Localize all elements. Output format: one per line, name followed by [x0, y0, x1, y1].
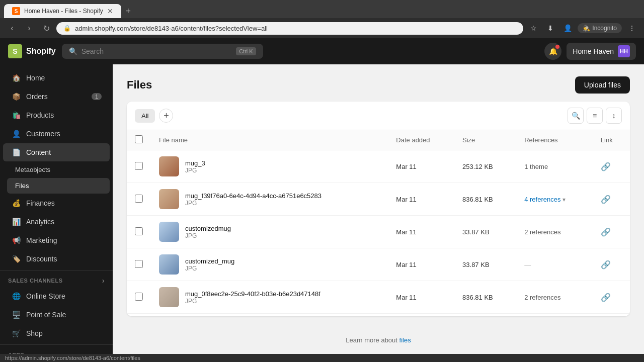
thumb-inner — [159, 189, 179, 209]
file-thumbnail-mug_f39 — [159, 189, 179, 209]
file-name: mug_3 — [185, 159, 205, 167]
file-type: JPG — [185, 265, 234, 272]
sidebar-item-shop[interactable]: 🛒 Shop — [3, 324, 110, 342]
download-button[interactable]: ⬇ — [543, 21, 557, 35]
filter-icon: ≡ — [593, 112, 597, 120]
sidebar-item-marketing[interactable]: 📢 Marketing — [3, 231, 110, 249]
sidebar-item-files[interactable]: Files — [7, 178, 110, 194]
select-all-checkbox[interactable] — [135, 135, 143, 143]
file-size: 836.81 KB — [454, 314, 516, 317]
sidebar-item-label: Content — [26, 148, 51, 156]
file-size: 33.87 KB — [454, 216, 516, 248]
row-checkbox-mug_f39[interactable] — [135, 195, 143, 203]
nav-right: ☆ ⬇ 👤 🕵 Incognito ⋮ — [526, 21, 639, 35]
incognito-badge[interactable]: 🕵 Incognito — [578, 23, 622, 33]
filter-all-tab[interactable]: All — [135, 109, 155, 123]
file-name: customized_mug — [185, 257, 234, 265]
file-type: JPG — [185, 232, 231, 239]
references-value: 2 references — [524, 228, 560, 236]
file-type: JPG — [185, 298, 320, 305]
sidebar-nav: 🏠 Home 📦 Orders 1 🛍️ Products 👤 Customer… — [0, 64, 113, 354]
file-references: 2 references — [516, 281, 593, 314]
notification-badge — [555, 45, 559, 49]
address-bar[interactable]: 🔒 admin.shopify.com/store/de8143-a6/cont… — [56, 22, 523, 35]
sidebar-item-content[interactable]: 📄 Content — [3, 143, 110, 161]
sidebar-item-online-store[interactable]: 🌐 Online Store — [3, 287, 110, 305]
store-selector[interactable]: Home Haven HH — [567, 43, 636, 60]
col-size: Size — [454, 130, 516, 150]
references-expandable[interactable]: 4 references — [524, 196, 560, 203]
sort-button[interactable]: ↕ — [606, 108, 622, 124]
shopify-logo[interactable]: S Shopify — [8, 44, 56, 58]
col-date-added: Date added — [388, 130, 454, 150]
search-button[interactable]: 🔍 — [568, 108, 584, 124]
new-tab-button[interactable]: + — [121, 4, 135, 18]
sidebar-item-point-of-sale[interactable]: 🖥️ Point of Sale — [3, 306, 110, 324]
sidebar-item-analytics[interactable]: 📊 Analytics — [3, 213, 110, 231]
file-size: 33.87 KB — [454, 248, 516, 281]
sidebar-item-products[interactable]: 🛍️ Products — [3, 106, 110, 124]
menu-button[interactable]: ⋮ — [625, 21, 639, 35]
copy-link-button-mug_f39[interactable]: 🔗 — [601, 195, 611, 204]
file-name: customizedmug — [185, 225, 231, 232]
search-input[interactable] — [82, 47, 232, 55]
file-date: Mar 11 — [388, 150, 454, 183]
row-checkbox-customizedmug[interactable] — [135, 227, 143, 235]
sales-channels-section: Sales channels › — [0, 273, 113, 287]
incognito-label: Incognito — [592, 25, 617, 32]
file-references: 1 theme — [516, 150, 593, 183]
file-references: — — [516, 314, 593, 317]
active-tab[interactable]: S Home Haven - Files - Shopify ✕ — [4, 4, 121, 18]
sidebar-item-customers[interactable]: 👤 Customers — [3, 125, 110, 143]
col-link: Link — [593, 130, 630, 150]
filter-button[interactable]: ≡ — [587, 108, 603, 124]
sidebar-item-home[interactable]: 🏠 Home — [3, 69, 110, 87]
sidebar-item-metaobjects[interactable]: Metaobjects — [7, 162, 110, 177]
copy-link-button-mug_3[interactable]: 🔗 — [601, 162, 611, 171]
bookmark-button[interactable]: ☆ — [526, 21, 540, 35]
file-name: mug_0f8eec2e-25c9-40f2-b03e-b6e23d47148f — [185, 290, 320, 298]
footer-text: Learn more about — [346, 336, 399, 344]
store-avatar: HH — [618, 45, 630, 57]
sidebar-item-finances[interactable]: 💰 Finances — [3, 194, 110, 212]
tab-close-button[interactable]: ✕ — [107, 7, 113, 15]
references-value: 1 theme — [524, 163, 548, 170]
row-checkbox-customized_mug[interactable] — [135, 260, 143, 268]
sidebar-item-label: Orders — [26, 93, 48, 101]
table-row: mug_f39f76a0-6e4c-4d94-a4cc-a6751e6c5283… — [127, 183, 630, 216]
row-checkbox-mug_0f8[interactable] — [135, 293, 143, 301]
file-date: Mar 11 — [388, 183, 454, 216]
files-learn-more-link[interactable]: files — [399, 336, 411, 344]
search-icon: 🔍 — [572, 112, 580, 120]
add-filter-button[interactable]: + — [159, 109, 173, 123]
content-icon: 📄 — [11, 147, 21, 157]
discounts-icon: 🏷️ — [11, 254, 21, 264]
row-checkbox-mug_3[interactable] — [135, 162, 143, 170]
tab-title: Home Haven - Files - Shopify — [24, 8, 103, 15]
upload-files-button[interactable]: Upload files — [575, 76, 630, 94]
table-row: mug_0f8eec2e-25c9-40f2-b03e-b6e23d47148f… — [127, 281, 630, 314]
finances-icon: 💰 — [11, 198, 21, 208]
file-info: mug_0f8eec2e-25c9-40f2-b03e-b6e23d47148f… — [185, 290, 320, 305]
file-name-cell: customizedmug JPG — [159, 222, 380, 242]
search-bar[interactable]: 🔍 Ctrl K — [62, 44, 263, 59]
orders-icon: 📦 — [11, 92, 21, 102]
file-name-cell: customized_mug JPG — [159, 254, 380, 275]
products-icon: 🛍️ — [11, 110, 21, 120]
shop-icon: 🛒 — [11, 328, 21, 338]
file-type: JPG — [185, 167, 205, 174]
copy-link-button-mug_0f8[interactable]: 🔗 — [601, 293, 611, 302]
sidebar-item-orders[interactable]: 📦 Orders 1 — [3, 87, 110, 106]
expand-references-icon[interactable]: ▾ — [562, 196, 566, 203]
copy-link-button-customized_mug[interactable]: 🔗 — [601, 260, 611, 269]
copy-link-button-customizedmug[interactable]: 🔗 — [601, 228, 611, 236]
refresh-button[interactable]: ↻ — [39, 21, 53, 35]
file-name-cell: mug_f39f76a0-6e4c-4d94-a4cc-a6751e6c5283… — [159, 189, 380, 209]
table-row: mug JPG Mar 11 836.81 KB — 🔗 — [127, 314, 630, 317]
forward-button[interactable]: › — [22, 21, 36, 35]
profile-button[interactable]: 👤 — [560, 21, 575, 35]
sidebar-item-discounts[interactable]: 🏷️ Discounts — [3, 250, 110, 268]
notification-button[interactable]: 🔔 — [544, 43, 561, 60]
back-button[interactable]: ‹ — [5, 21, 19, 35]
sales-channels-expand[interactable]: › — [102, 277, 105, 285]
